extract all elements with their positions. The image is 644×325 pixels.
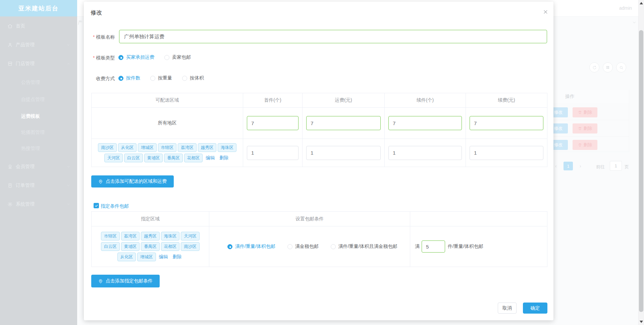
chevron-up-icon — [66, 62, 70, 66]
sidebar-item-announcements[interactable]: 公告管理 — [0, 79, 77, 86]
column-header: 设置包邮条件 — [209, 212, 410, 226]
additional-fee-input[interactable] — [470, 146, 543, 160]
delete-regions-link[interactable]: 删除 — [173, 254, 182, 260]
delete-button[interactable]: 删除 — [573, 140, 597, 150]
radio-dot — [118, 55, 123, 60]
add-region-button[interactable]: 点击添加可配送的区域和运费 — [91, 175, 174, 187]
radio-free-by-amount[interactable]: 满金额包邮 — [287, 243, 319, 250]
radio-seller-free-shipping[interactable]: 卖家包邮 — [164, 54, 191, 60]
region-tag: 增城区 — [138, 143, 157, 152]
radio-buyer-pays-shipping[interactable]: 买家承担运费 — [118, 54, 154, 60]
radio-dot — [227, 244, 232, 249]
search-icon[interactable] — [616, 62, 626, 72]
additional-fee-input[interactable] — [470, 116, 543, 130]
region-tag: 海珠区 — [161, 232, 180, 240]
conditional-free-shipping-checkbox[interactable] — [94, 203, 99, 208]
pagination-goto-input[interactable] — [610, 161, 622, 171]
threshold-value-input[interactable] — [422, 240, 445, 253]
add-condition-button[interactable]: 点击添加指定包邮条件 — [91, 275, 160, 287]
close-icon[interactable] — [542, 8, 549, 15]
scrollbar-up-arrow[interactable] — [640, 2, 643, 4]
sidebar-item-carousel[interactable]: 轮播图管理 — [0, 129, 77, 136]
grid-icon[interactable] — [603, 62, 613, 72]
user-menu[interactable]: admin — [619, 5, 632, 11]
first-piece-input[interactable] — [247, 116, 299, 130]
first-piece-input[interactable] — [247, 146, 299, 160]
radio-dot — [164, 55, 169, 60]
region-tag: 黄埔区 — [144, 154, 163, 162]
region-tag: 荔湾区 — [121, 232, 140, 240]
free-shipping-condition-table: 指定区域 设置包邮条件 市辖区荔湾区越秀区海珠区天河区 白云区黄埔区番禺区花都区… — [91, 211, 547, 267]
gear-icon — [7, 202, 13, 207]
dialog-title: 修改 — [91, 9, 102, 16]
template-name-input[interactable] — [119, 30, 547, 43]
region-tag: 黄埔区 — [121, 242, 140, 251]
region-tag: 市辖区 — [101, 232, 120, 240]
template-name-label: *模板名称 — [93, 34, 115, 40]
additional-piece-input[interactable] — [388, 146, 462, 160]
conditional-free-shipping-label[interactable]: 指定条件包邮 — [101, 203, 129, 209]
column-header: 运费(元) — [303, 93, 385, 108]
edit-regions-link[interactable]: 编辑 — [206, 155, 215, 161]
radio-by-piece[interactable]: 按件数 — [118, 75, 140, 81]
region-tag: 市辖区 — [158, 143, 177, 152]
region-tag: 越秀区 — [198, 143, 217, 152]
sidebar-item-system[interactable]: 系统管理 — [0, 201, 77, 208]
additional-piece-input[interactable] — [388, 116, 462, 130]
shipping-fee-input[interactable] — [306, 146, 381, 160]
charge-method-radio-group: 按件数 按重量 按体积 — [118, 75, 204, 81]
trash-icon — [578, 143, 582, 147]
chevron-down-icon — [632, 20, 637, 25]
region-tags-cell: 南沙区从化区增城区市辖区荔湾区越秀区海珠区 天河区白云区黄埔区番禺区花都区 编辑… — [92, 139, 243, 167]
confirm-button[interactable]: 确定 — [523, 303, 547, 314]
sidebar-item-stores[interactable]: 门店管理 — [0, 60, 77, 67]
sidebar-item-pickup-points[interactable]: 自提点管理 — [0, 96, 77, 103]
user-icon — [7, 42, 13, 48]
shop-icon — [7, 61, 13, 66]
pagination-next[interactable]: › — [580, 163, 581, 169]
delete-button[interactable]: 删除 — [573, 107, 597, 117]
pagination-goto-label: 前往 — [596, 164, 605, 170]
column-header: 续件(个) — [385, 93, 466, 108]
threshold-suffix: 件/重量/体积包邮 — [448, 243, 483, 250]
shipping-fee-input[interactable] — [306, 116, 381, 130]
pagination-prev[interactable]: ‹ — [555, 163, 557, 169]
threshold-cell: 满 件/重量/体积包邮 — [410, 226, 547, 267]
radio-by-weight[interactable]: 按重量 — [150, 75, 172, 81]
refresh-icon[interactable] — [589, 62, 599, 72]
radio-free-by-quantity-and-amount[interactable]: 满件/重量/体积且满金额包邮 — [331, 243, 397, 250]
radio-dot — [182, 76, 187, 81]
shipping-fee-table: 可配送区域 首件(个) 运费(元) 续件(个) 续费(元) 所有地区 南沙区从化… — [91, 93, 547, 167]
table-edge — [629, 90, 629, 152]
region-tag: 荔湾区 — [178, 143, 197, 152]
region-tag: 增城区 — [137, 253, 156, 261]
delete-button[interactable]: 删除 — [573, 123, 597, 133]
sidebar-item-orders[interactable]: 订单管理 — [0, 182, 77, 189]
sidebar-item-shipping-templates[interactable]: 运费模板 — [0, 113, 77, 120]
sidebar-item-members[interactable]: 会员管理 — [0, 163, 77, 170]
region-tag: 南沙区 — [181, 242, 200, 251]
region-tag: 花都区 — [161, 242, 180, 251]
medal-icon — [7, 164, 13, 169]
delete-regions-link[interactable]: 删除 — [219, 155, 228, 161]
cancel-button[interactable]: 取消 — [498, 303, 517, 314]
radio-by-volume[interactable]: 按体积 — [182, 75, 204, 81]
edit-regions-link[interactable]: 编辑 — [159, 254, 168, 260]
radio-dot — [287, 244, 292, 249]
sidebar-item-products[interactable]: 产品管理 — [0, 41, 77, 49]
template-type-label: *模板类型 — [93, 55, 115, 61]
scrollbar-down-arrow[interactable] — [640, 321, 643, 323]
sidebar-item-hot-search[interactable]: 热搜管理 — [0, 145, 77, 152]
column-header: 可配送区域 — [92, 93, 243, 108]
app-logo-title: 亚米建站后台 — [0, 0, 77, 16]
radio-free-by-quantity[interactable]: 满件/重量/体积包邮 — [227, 243, 275, 250]
trash-icon — [578, 126, 582, 130]
sidebar-item-home[interactable]: 首页 — [0, 22, 77, 30]
pagination-page-1[interactable]: 1 — [564, 162, 573, 170]
sidebar: 亚米建站后台 首页 产品管理 门店管理 公告管理 自提点管理 运费模板 轮播图管… — [0, 0, 77, 325]
table-cell — [303, 139, 385, 167]
charge-method-label: 收费方式 — [96, 76, 115, 82]
scrollbar-thumb[interactable] — [639, 30, 643, 312]
region-tag: 天河区 — [181, 232, 200, 240]
threshold-prefix: 满 — [415, 243, 420, 250]
